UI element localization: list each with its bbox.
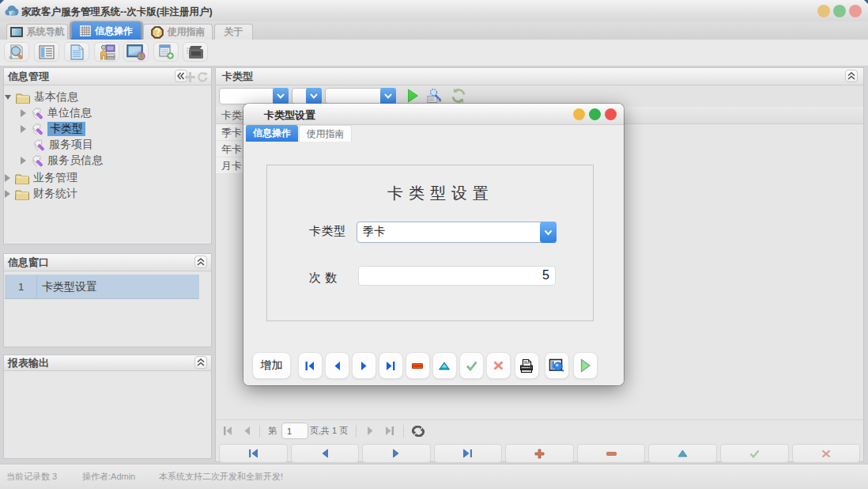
svg-text:y: y xyxy=(7,7,13,17)
